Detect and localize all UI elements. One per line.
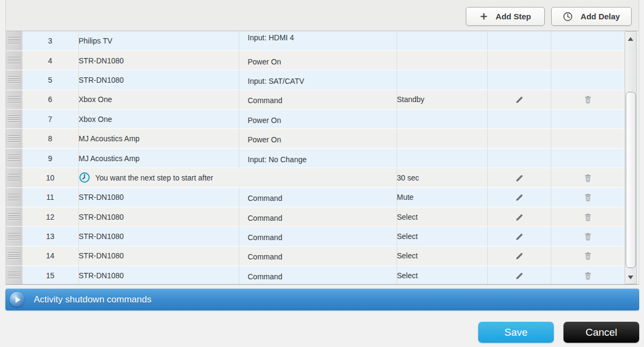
step-value	[397, 50, 487, 70]
trash-icon[interactable]	[583, 251, 592, 261]
step-value	[397, 148, 487, 168]
delete-cell	[551, 207, 625, 227]
edit-cell	[487, 207, 551, 227]
edit-icon[interactable]	[515, 95, 524, 104]
step-action: Power On	[239, 50, 397, 70]
step-device: STR-DN1080	[78, 70, 239, 90]
grip-icon	[8, 155, 20, 162]
add-step-label: Add Step	[496, 12, 531, 21]
edit-icon[interactable]	[515, 251, 524, 261]
step-value	[397, 70, 487, 90]
step-action: Command	[239, 246, 397, 265]
step-value	[397, 110, 487, 129]
step-device: STR-DN1080	[78, 227, 239, 246]
table-row: 11 STR-DN1080 Command Mute	[6, 187, 625, 207]
step-number: 6	[22, 90, 78, 109]
edit-icon[interactable]	[515, 271, 524, 280]
step-action: Command	[239, 227, 397, 246]
step-device: STR-DN1080	[78, 246, 239, 265]
edit-cell	[487, 148, 551, 168]
trash-icon[interactable]	[583, 213, 592, 222]
drag-handle[interactable]	[6, 168, 22, 187]
drag-handle[interactable]	[6, 246, 22, 265]
grip-icon	[8, 252, 20, 259]
steps-table: 3 Philips TV Input: HDMI 4 4 STR-DN1080 …	[6, 31, 626, 285]
step-device: STR-DN1080	[78, 187, 239, 207]
drag-handle[interactable]	[6, 227, 22, 246]
step-device: MJ Acoustics Amp	[78, 129, 239, 148]
delete-cell	[551, 148, 625, 168]
step-number: 15	[22, 266, 78, 285]
scroll-up-arrow-icon[interactable]	[628, 37, 633, 41]
expand-arrow-icon[interactable]	[10, 292, 24, 307]
edit-icon[interactable]	[515, 174, 524, 183]
edit-cell	[487, 246, 551, 265]
cancel-button[interactable]: Cancel	[564, 322, 639, 343]
step-value: Select	[397, 246, 487, 265]
save-button[interactable]: Save	[478, 322, 554, 343]
drag-handle[interactable]	[6, 50, 22, 70]
drag-handle[interactable]	[6, 90, 22, 109]
grip-icon	[8, 272, 20, 279]
step-number: 14	[22, 246, 78, 265]
step-value: Mute	[397, 187, 487, 207]
grip-icon	[8, 174, 20, 181]
trash-icon[interactable]	[583, 193, 592, 202]
edit-cell	[487, 70, 551, 90]
drag-handle[interactable]	[6, 31, 22, 50]
vertical-scrollbar[interactable]	[625, 31, 637, 284]
grip-icon	[8, 115, 20, 122]
step-action: Command	[239, 266, 397, 285]
table-row: 5 STR-DN1080 Input: SAT/CATV	[6, 70, 625, 90]
add-delay-label: Add Delay	[581, 12, 620, 21]
edit-icon[interactable]	[515, 232, 524, 241]
step-device: Xbox One	[78, 90, 239, 109]
step-device: STR-DN1080	[78, 266, 239, 285]
drag-handle[interactable]	[6, 266, 22, 285]
trash-icon[interactable]	[583, 271, 592, 280]
table-row: 8 MJ Acoustics Amp Power On	[6, 129, 625, 148]
step-device: STR-DN1080	[78, 50, 239, 70]
step-value: Select	[397, 227, 487, 246]
step-value	[397, 129, 487, 148]
delete-cell	[551, 168, 625, 187]
trash-icon[interactable]	[583, 174, 592, 183]
steps-table-viewport: 3 Philips TV Input: HDMI 4 4 STR-DN1080 …	[6, 31, 639, 285]
edit-icon[interactable]	[515, 193, 524, 202]
step-device: STR-DN1080	[78, 207, 239, 227]
table-row: 12 STR-DN1080 Command Select	[6, 207, 625, 227]
delete-cell	[551, 110, 625, 129]
step-action: Power On	[239, 110, 397, 129]
shutdown-header-label: Activity shutdown commands	[34, 294, 151, 305]
delete-cell	[551, 129, 625, 148]
drag-handle[interactable]	[6, 110, 22, 129]
step-device: Philips TV	[78, 31, 239, 50]
drag-handle[interactable]	[6, 70, 22, 90]
add-step-button[interactable]: Add Step	[466, 7, 545, 26]
step-action: Command	[239, 207, 397, 227]
grip-icon	[8, 96, 20, 103]
drag-handle[interactable]	[6, 148, 22, 168]
steps-tbody: 3 Philips TV Input: HDMI 4 4 STR-DN1080 …	[6, 31, 625, 285]
step-value: Select	[397, 266, 487, 285]
step-number: 10	[22, 168, 78, 187]
clock-icon	[563, 12, 573, 21]
grip-icon	[8, 57, 20, 64]
add-delay-button[interactable]: Add Delay	[551, 7, 632, 26]
delete-cell	[551, 266, 625, 285]
step-number: 12	[22, 207, 78, 227]
drag-handle[interactable]	[6, 187, 22, 207]
scrollbar-thumb[interactable]	[626, 92, 636, 268]
trash-icon[interactable]	[583, 232, 592, 241]
drag-handle[interactable]	[6, 207, 22, 227]
table-row: 10 You want the next step to start after…	[6, 168, 625, 187]
grip-icon	[8, 37, 20, 44]
edit-cell	[487, 110, 551, 129]
trash-icon[interactable]	[583, 95, 592, 104]
activity-shutdown-header[interactable]: Activity shutdown commands	[5, 288, 639, 310]
edit-icon[interactable]	[515, 213, 524, 222]
table-row: 6 Xbox One Command Standby	[6, 90, 625, 109]
drag-handle[interactable]	[6, 129, 22, 148]
scroll-down-arrow-icon[interactable]	[628, 276, 633, 279]
grip-icon	[8, 135, 20, 142]
